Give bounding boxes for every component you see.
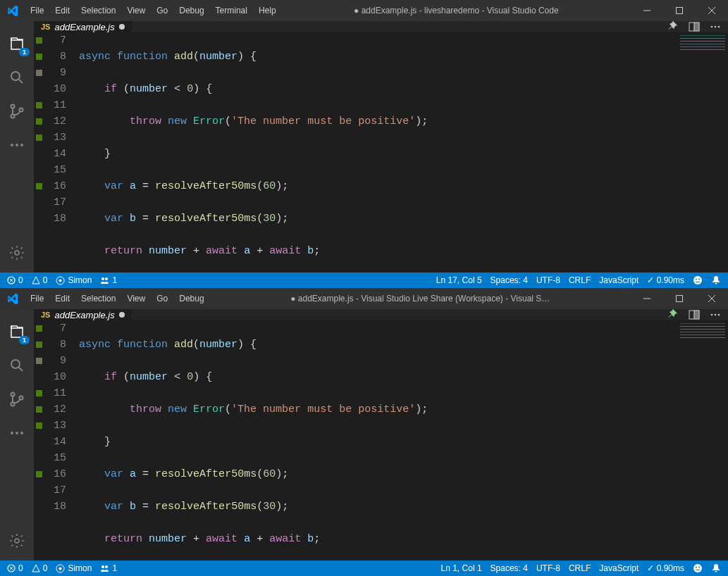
status-participants[interactable]: 1 bbox=[96, 561, 121, 576]
minimap[interactable] bbox=[680, 35, 725, 77]
tab-addexample[interactable]: JS addExample.js bbox=[34, 309, 132, 320]
source-control-icon[interactable] bbox=[0, 94, 34, 128]
svg-point-16 bbox=[59, 279, 62, 282]
source-control-icon[interactable] bbox=[0, 382, 34, 416]
explorer-icon[interactable]: 1 bbox=[0, 27, 34, 61]
status-encoding[interactable]: UTF-8 bbox=[532, 561, 564, 576]
settings-gear-icon[interactable] bbox=[0, 524, 34, 558]
menu-help[interactable]: Help bbox=[253, 0, 282, 21]
status-warnings[interactable]: 0 bbox=[27, 273, 52, 288]
svg-point-13 bbox=[718, 26, 720, 28]
maximize-button[interactable] bbox=[663, 0, 696, 21]
status-time[interactable]: ✓ 0.90ms bbox=[643, 561, 689, 576]
svg-rect-0 bbox=[677, 8, 683, 14]
menu-selection[interactable]: Selection bbox=[75, 288, 121, 309]
explorer-icon[interactable]: 1 bbox=[0, 315, 34, 349]
status-errors[interactable]: 0 bbox=[3, 273, 27, 288]
code-content[interactable]: async function add(number) { if (number … bbox=[79, 32, 728, 273]
bell-icon[interactable] bbox=[707, 273, 725, 288]
status-lncol[interactable]: Ln 17, Col 5 bbox=[432, 273, 486, 288]
minimize-button[interactable] bbox=[631, 288, 663, 309]
svg-point-21 bbox=[698, 279, 700, 280]
close-button[interactable] bbox=[696, 0, 728, 21]
more-icon[interactable] bbox=[0, 128, 34, 162]
vscode-logo bbox=[0, 293, 25, 304]
menu-debug[interactable]: Debug bbox=[173, 288, 209, 309]
menu-go[interactable]: Go bbox=[151, 288, 173, 309]
menu-edit[interactable]: Edit bbox=[49, 288, 75, 309]
menu-terminal[interactable]: Terminal bbox=[210, 0, 253, 21]
menu-debug[interactable]: Debug bbox=[173, 0, 209, 21]
svg-point-43 bbox=[698, 567, 700, 568]
menu-bar: File Edit Selection View Go Debug Termin… bbox=[25, 0, 282, 21]
status-spaces[interactable]: Spaces: 4 bbox=[486, 273, 532, 288]
feedback-smile-icon[interactable] bbox=[689, 561, 707, 576]
title-bar: File Edit Selection View Go Debug ● addE… bbox=[0, 288, 728, 309]
activity-bar: 1 bbox=[0, 309, 34, 561]
svg-point-33 bbox=[711, 314, 713, 316]
menu-view[interactable]: View bbox=[121, 0, 151, 21]
menu-selection[interactable]: Selection bbox=[75, 0, 121, 21]
svg-point-42 bbox=[696, 567, 697, 568]
minimap[interactable] bbox=[680, 323, 725, 365]
dirty-indicator-icon bbox=[119, 312, 125, 318]
feedback-smile-icon[interactable] bbox=[689, 273, 707, 288]
svg-point-39 bbox=[101, 565, 104, 568]
svg-point-7 bbox=[20, 144, 23, 146]
more-actions-icon[interactable] bbox=[710, 309, 721, 320]
status-eol[interactable]: CRLF bbox=[564, 273, 595, 288]
status-language[interactable]: JavaScript bbox=[595, 273, 643, 288]
menu-file[interactable]: File bbox=[25, 288, 49, 309]
status-warnings[interactable]: 0 bbox=[27, 561, 52, 576]
svg-point-40 bbox=[105, 565, 108, 568]
js-file-icon: JS bbox=[41, 311, 50, 319]
code-content[interactable]: async function add(number) { if (number … bbox=[79, 320, 728, 561]
code-editor[interactable]: 78 910 1112 1314 1516 1718 async functio… bbox=[34, 32, 728, 273]
status-participants[interactable]: 1 bbox=[96, 273, 121, 288]
pin-icon[interactable] bbox=[667, 309, 679, 320]
window-title: ● addExample.js - Visual Studio Live Sha… bbox=[210, 294, 631, 303]
close-button[interactable] bbox=[696, 288, 728, 309]
status-language[interactable]: JavaScript bbox=[595, 561, 643, 576]
status-time[interactable]: ✓ 0.90ms bbox=[643, 273, 689, 288]
title-bar: File Edit Selection View Go Debug Termin… bbox=[0, 0, 728, 21]
code-editor[interactable]: 78 910 1112 1314 1516 1718 async functio… bbox=[34, 320, 728, 561]
explorer-badge: 1 bbox=[19, 48, 30, 56]
line-numbers: 78 910 1112 1314 1516 1718 bbox=[44, 320, 79, 561]
status-lncol[interactable]: Ln 1, Col 1 bbox=[437, 561, 486, 576]
js-file-icon: JS bbox=[41, 23, 50, 31]
tab-label: addExample.js bbox=[54, 310, 114, 320]
svg-point-29 bbox=[20, 432, 23, 434]
tab-bar: JS addExample.js bbox=[34, 21, 728, 32]
menu-edit[interactable]: Edit bbox=[49, 0, 75, 21]
split-editor-icon[interactable] bbox=[689, 21, 700, 32]
more-actions-icon[interactable] bbox=[710, 21, 721, 32]
activity-bar: 1 bbox=[0, 21, 34, 273]
pin-icon[interactable] bbox=[667, 21, 679, 32]
status-encoding[interactable]: UTF-8 bbox=[532, 273, 564, 288]
menu-go[interactable]: Go bbox=[151, 0, 173, 21]
status-spaces[interactable]: Spaces: 4 bbox=[486, 561, 532, 576]
svg-rect-10 bbox=[694, 23, 699, 31]
status-liveshare[interactable]: Simon bbox=[51, 561, 96, 576]
search-icon[interactable] bbox=[0, 349, 34, 382]
split-editor-icon[interactable] bbox=[689, 309, 700, 320]
status-errors[interactable]: 0 bbox=[3, 561, 27, 576]
svg-point-34 bbox=[715, 314, 717, 316]
bell-icon[interactable] bbox=[707, 561, 725, 576]
menu-file[interactable]: File bbox=[25, 0, 49, 21]
svg-point-6 bbox=[16, 144, 18, 146]
svg-point-3 bbox=[11, 115, 15, 118]
settings-gear-icon[interactable] bbox=[0, 236, 34, 270]
tab-addexample[interactable]: JS addExample.js bbox=[34, 21, 132, 32]
minimize-button[interactable] bbox=[631, 0, 663, 21]
search-icon[interactable] bbox=[0, 61, 34, 94]
menu-view[interactable]: View bbox=[121, 288, 151, 309]
maximize-button[interactable] bbox=[663, 288, 696, 309]
svg-point-5 bbox=[11, 144, 13, 146]
menu-bar: File Edit Selection View Go Debug bbox=[25, 288, 210, 309]
more-icon[interactable] bbox=[0, 416, 34, 450]
svg-rect-22 bbox=[677, 296, 683, 302]
status-liveshare[interactable]: Simon bbox=[51, 273, 96, 288]
status-eol[interactable]: CRLF bbox=[564, 561, 595, 576]
